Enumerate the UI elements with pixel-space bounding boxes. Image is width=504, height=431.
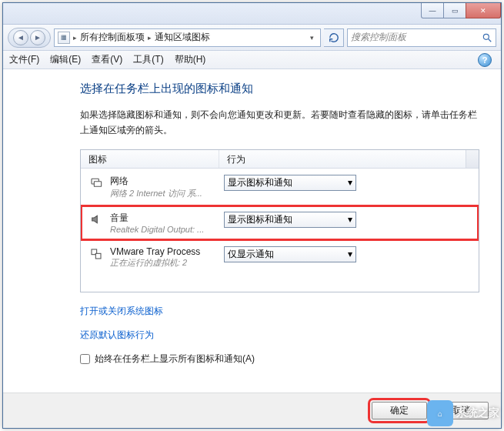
cancel-button[interactable]: 取消 <box>433 402 489 419</box>
svg-rect-3 <box>94 181 101 186</box>
list-item-volume: 音量 Realtek Digital Output: ... 显示图标和通知▾ <box>81 205 479 240</box>
control-panel-icon: ▦ <box>58 32 70 44</box>
behavior-select-vmware[interactable]: 仅显示通知▾ <box>224 246 356 262</box>
item-sub: 正在运行的虚拟机: 2 <box>110 257 224 269</box>
chevron-down-icon: ▾ <box>348 249 352 259</box>
maximize-button[interactable]: ▭ <box>443 3 466 18</box>
behavior-select-network[interactable]: 显示图标和通知▾ <box>224 175 356 191</box>
column-icon[interactable]: 图标 <box>81 150 219 168</box>
network-icon <box>88 175 104 190</box>
navbar: ◄ ► ▦ ▸ 所有控制面板项 ▸ 通知区域图标 ▾ 搜索控制面板 <box>3 25 501 51</box>
nav-buttons: ◄ ► <box>8 28 51 48</box>
help-icon[interactable]: ? <box>478 53 492 67</box>
chevron-down-icon: ▾ <box>348 214 352 225</box>
svg-line-1 <box>489 38 492 42</box>
search-placeholder: 搜索控制面板 <box>351 31 406 44</box>
page-title: 选择在任务栏上出现的图标和通知 <box>80 82 479 96</box>
forward-button[interactable]: ► <box>30 30 45 45</box>
minimize-button[interactable]: — <box>421 3 444 18</box>
menubar: 文件(F) 编辑(E) 查看(V) 工具(T) 帮助(H) ? <box>3 51 501 69</box>
chevron-right-icon: ▸ <box>145 34 155 42</box>
page-description: 如果选择隐藏图标和通知，则不会向您通知更改和更新。若要随时查看隐藏的图标，请单击… <box>80 107 479 139</box>
always-show-input[interactable] <box>80 354 90 364</box>
item-sub: Realtek Digital Output: ... <box>110 225 224 234</box>
always-show-checkbox[interactable]: 始终在任务栏上显示所有图标和通知(A) <box>80 352 479 366</box>
behavior-select-volume[interactable]: 显示图标和通知▾ <box>224 212 356 228</box>
dialog-footer: 确定 取消 <box>3 393 501 428</box>
links-section: 打开或关闭系统图标 还原默认图标行为 <box>80 305 479 342</box>
menu-help[interactable]: 帮助(H) <box>175 53 206 66</box>
item-sub: 网络 2 Internet 访问 系... <box>110 188 224 199</box>
search-input[interactable]: 搜索控制面板 <box>347 28 496 47</box>
menu-file[interactable]: 文件(F) <box>9 53 39 66</box>
menu-tools[interactable]: 工具(T) <box>133 53 163 66</box>
breadcrumb-all-items[interactable]: 所有控制面板项 <box>80 31 145 44</box>
item-name: 网络 <box>110 175 224 188</box>
breadcrumb-notification-icons[interactable]: 通知区域图标 <box>155 31 210 44</box>
titlebar: — ▭ ✕ <box>3 3 501 25</box>
control-panel-window: — ▭ ✕ ◄ ► ▦ ▸ 所有控制面板项 ▸ 通知区域图标 ▾ 搜索控制面板 … <box>2 2 502 429</box>
column-behavior[interactable]: 行为 <box>219 150 466 168</box>
menu-view[interactable]: 查看(V) <box>92 53 122 66</box>
address-bar[interactable]: ▦ ▸ 所有控制面板项 ▸ 通知区域图标 ▾ <box>54 28 321 47</box>
link-restore-defaults[interactable]: 还原默认图标行为 <box>80 329 479 342</box>
list-item-network: 网络 网络 2 Internet 访问 系... 显示图标和通知▾ <box>81 169 479 205</box>
icon-list: 图标 行为 网络 网络 2 Internet 访问 系... 显示图标和通知▾ <box>80 149 479 292</box>
menu-edit[interactable]: 编辑(E) <box>50 53 81 66</box>
back-button[interactable]: ◄ <box>13 30 28 45</box>
item-name: 音量 <box>110 212 224 225</box>
search-icon <box>482 32 492 43</box>
link-toggle-system-icons[interactable]: 打开或关闭系统图标 <box>80 305 479 318</box>
chevron-down-icon: ▾ <box>348 177 352 188</box>
checkbox-label: 始终在任务栏上显示所有图标和通知(A) <box>95 352 255 366</box>
ok-button[interactable]: 确定 <box>372 402 427 419</box>
refresh-button[interactable] <box>324 28 344 47</box>
item-name: VMware Tray Process <box>110 246 224 257</box>
svg-rect-5 <box>95 253 101 259</box>
chevron-right-icon: ▸ <box>70 34 80 42</box>
close-button[interactable]: ✕ <box>466 3 501 18</box>
dropdown-icon[interactable]: ▾ <box>307 34 317 42</box>
volume-icon <box>88 212 104 227</box>
vmware-icon <box>88 246 104 262</box>
list-header: 图标 行为 <box>81 150 479 169</box>
svg-point-0 <box>483 34 489 39</box>
scrollbar[interactable] <box>466 150 479 168</box>
list-item-vmware: VMware Tray Process 正在运行的虚拟机: 2 仅显示通知▾ <box>81 240 479 275</box>
content-area: 选择在任务栏上出现的图标和通知 如果选择隐藏图标和通知，则不会向您通知更改和更新… <box>3 69 501 366</box>
